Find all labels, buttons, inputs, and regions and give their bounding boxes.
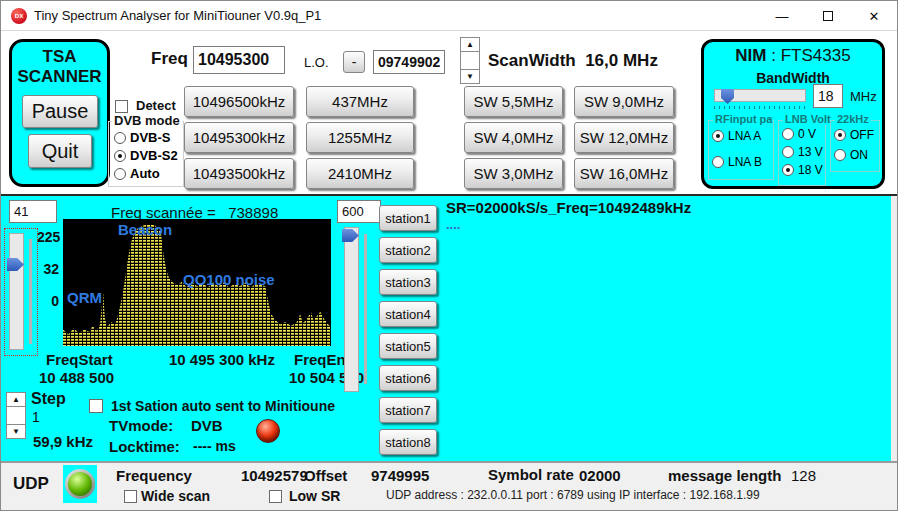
gain-input[interactable] (9, 200, 57, 223)
qrm-label: QRM (67, 289, 102, 306)
radio-label: Auto (130, 166, 160, 181)
close-button[interactable]: ✕ (851, 1, 897, 31)
step-label: Step (31, 390, 66, 408)
radio-lnb-13v[interactable]: 13 V (782, 145, 823, 159)
radio-icon (782, 128, 794, 140)
spectrum-display[interactable]: Beacon QO100 noise QRM (63, 219, 331, 346)
app-icon: DX (11, 8, 27, 24)
station-button-7[interactable]: station7 (379, 397, 437, 423)
nim-sep: : (771, 46, 776, 65)
preset-freq-button-4[interactable]: 1255MHz (306, 122, 414, 153)
scanwidth-down-icon[interactable]: ▼ (460, 69, 480, 84)
scanwidth-up-icon[interactable]: ▲ (460, 37, 480, 52)
sw-button-5[interactable]: SW 3,0MHz (464, 158, 563, 189)
lnb-volt-group: LNB Volt 0 V 13 V 18 V (778, 120, 826, 186)
radio-22khz-on[interactable]: ON (834, 148, 868, 162)
tvmode-label: TVmode: (109, 417, 173, 434)
dvb-mode-group: DVB mode DVB-S DVB-S2 Auto (108, 121, 184, 187)
level-slider-track[interactable] (344, 227, 359, 392)
auto-send-checkbox[interactable] (89, 399, 103, 413)
radio-label: 13 V (798, 145, 823, 159)
step-spin-box (6, 407, 26, 424)
step-down-icon[interactable]: ▼ (6, 424, 26, 439)
step-value: 1 (32, 409, 40, 425)
lo-label: L.O. (304, 55, 329, 70)
radio-icon (782, 146, 794, 158)
level-slider-line (364, 234, 367, 384)
symbol-rate-value: 02000 (579, 467, 621, 484)
nim-box: NIM : FTS4335 BandWidth MHz RFinput path… (701, 39, 885, 189)
scanwidth-label: ScanWidth 16,0 MHz (488, 51, 658, 71)
preset-freq-button-3[interactable]: 10495300kHz (184, 122, 294, 153)
radio-dvb-s2[interactable]: DVB-S2 (114, 148, 178, 163)
lo-minus-button[interactable]: - (343, 51, 365, 73)
preset-freq-button-1[interactable]: 10496500kHz (184, 86, 294, 117)
frequency-value: 10492579 (241, 467, 308, 484)
preset-freq-button-6[interactable]: 2410MHz (306, 158, 414, 189)
preset-freq-button-5[interactable]: 10493500kHz (184, 158, 294, 189)
radio-lna-b[interactable]: LNA B (712, 155, 762, 169)
low-sr-checkbox[interactable] (269, 490, 282, 503)
radio-icon (834, 149, 846, 161)
freq-center-value: 10 495 300 kHz (169, 351, 275, 368)
radio-icon (114, 168, 126, 180)
station-button-6[interactable]: station6 (379, 365, 437, 391)
axis-label-0: 0 (37, 293, 59, 309)
freq-input[interactable] (193, 46, 285, 74)
radio-label: 0 V (798, 127, 816, 141)
preset-freq-button-2[interactable]: 437MHz (306, 86, 414, 117)
sw-button-1[interactable]: SW 5,5MHz (464, 86, 563, 117)
bandwidth-input[interactable] (813, 84, 843, 108)
radio-lnb-0v[interactable]: 0 V (782, 127, 816, 141)
sw-button-2[interactable]: SW 9,0MHz (574, 86, 674, 117)
bandwidth-unit: MHz (850, 89, 877, 104)
gain-slider-line (29, 239, 32, 344)
radio-dvb-auto[interactable]: Auto (114, 166, 160, 181)
station-button-4[interactable]: station4 (379, 301, 437, 327)
qo100-noise-label: QO100 noise (183, 271, 275, 288)
station-button-1[interactable]: station1 (379, 205, 437, 231)
scanwidth-spin-box (460, 52, 480, 69)
minimize-button[interactable]: — (759, 1, 805, 31)
symbol-rate-label: Symbol rate (488, 466, 574, 483)
axis-label-225: 225 (37, 229, 59, 245)
bandwidth-slider-thumb[interactable] (721, 89, 734, 104)
level-input[interactable] (337, 200, 381, 223)
radio-label: DVB-S (130, 130, 170, 145)
tone-22khz-group: 22kHz OFF ON (830, 120, 880, 172)
station-button-5[interactable]: station5 (379, 333, 437, 359)
maximize-icon (823, 11, 833, 21)
sw-button-3[interactable]: SW 4,0MHz (464, 122, 563, 153)
bandwidth-ticks (714, 106, 806, 109)
quit-button[interactable]: Quit (28, 134, 92, 168)
station-button-3[interactable]: station3 (379, 269, 437, 295)
message-length-label: message length (668, 467, 781, 484)
radio-icon (712, 156, 724, 168)
radio-icon (114, 132, 126, 144)
step-up-icon[interactable]: ▲ (6, 392, 26, 407)
lo-input[interactable] (373, 50, 445, 74)
radio-label: LNA A (728, 129, 761, 143)
wide-scan-checkbox[interactable] (124, 490, 137, 503)
radio-label: OFF (850, 128, 874, 142)
radio-dvb-s[interactable]: DVB-S (114, 130, 170, 145)
sw-button-6[interactable]: SW 16,0MHz (574, 158, 674, 189)
maximize-button[interactable] (805, 1, 851, 31)
bandwidth-slider-track[interactable] (714, 89, 806, 102)
detect-label: Detect (136, 98, 176, 113)
detect-checkbox[interactable] (115, 100, 128, 113)
window-title: Tiny Spectrum Analyser for MiniTiouner V… (34, 8, 321, 23)
station-button-2[interactable]: station2 (379, 237, 437, 263)
lock-status-led (256, 419, 280, 443)
beacon-label: Beacon (118, 221, 172, 238)
radio-label: ON (850, 148, 868, 162)
station-button-8[interactable]: station8 (379, 429, 437, 455)
message-length-value: 128 (791, 467, 816, 484)
radio-lna-a[interactable]: LNA A (712, 129, 761, 143)
udp-address-line: UDP address : 232.0.0.11 port : 6789 usi… (386, 488, 760, 502)
radio-22khz-off[interactable]: OFF (834, 128, 874, 142)
gain-slider-track[interactable] (9, 233, 24, 350)
radio-lnb-18v[interactable]: 18 V (782, 163, 823, 177)
pause-button[interactable]: Pause (22, 95, 98, 128)
sw-button-4[interactable]: SW 12,0MHz (574, 122, 674, 153)
